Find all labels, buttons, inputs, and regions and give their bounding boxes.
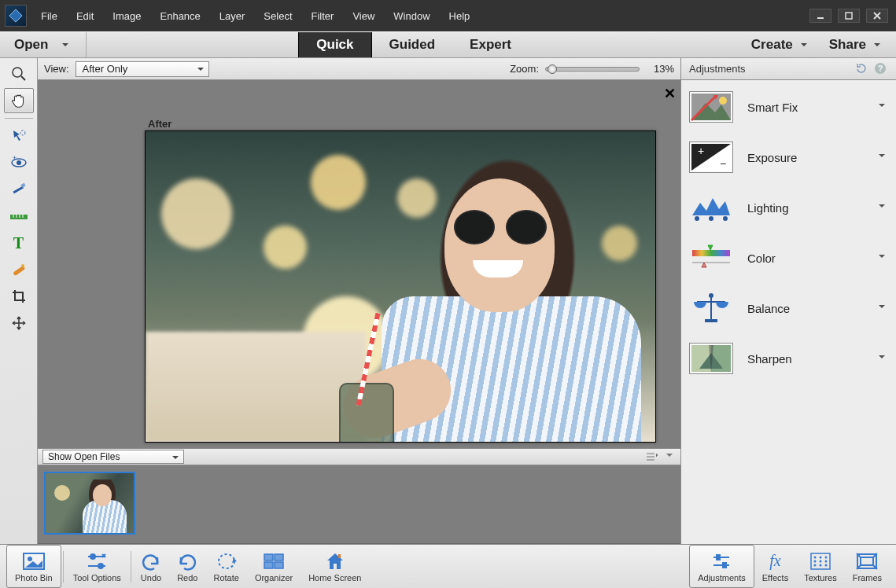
bottom-frames[interactable]: Frames (845, 545, 890, 588)
zoom-slider[interactable] (545, 67, 640, 72)
bottom-homescreen[interactable]: Home Screen (301, 545, 369, 588)
photobin (38, 465, 680, 544)
lighting-icon (689, 192, 733, 223)
menu-filter[interactable]: Filter (302, 6, 344, 27)
canvas-image[interactable] (145, 130, 656, 443)
zoom-tool[interactable] (4, 61, 34, 86)
undo-icon (142, 551, 160, 571)
svg-rect-79 (861, 557, 873, 565)
adj-sharpen[interactable]: Sharpen (686, 341, 891, 376)
svg-point-34 (695, 216, 699, 221)
bottom-textures[interactable]: Textures (796, 545, 845, 588)
crop-tool[interactable] (4, 284, 34, 309)
bin-menu-icon[interactable] (646, 450, 658, 463)
spot-heal-tool[interactable] (4, 257, 34, 282)
quick-select-tool[interactable] (4, 123, 34, 149)
help-icon[interactable]: ? (874, 62, 888, 76)
create-menu[interactable]: Create (740, 37, 818, 53)
window-minimize[interactable] (809, 9, 831, 23)
whiten-tool[interactable] (4, 177, 34, 202)
menu-window[interactable]: Window (384, 6, 439, 27)
svg-rect-61 (275, 562, 283, 568)
eye-tool[interactable]: + (4, 150, 34, 175)
bottom-photobin[interactable]: Photo Bin (6, 545, 61, 588)
svg-point-76 (819, 564, 821, 566)
adj-exposure[interactable]: +− Exposure (686, 140, 891, 175)
menu-help[interactable]: Help (440, 6, 480, 27)
svg-point-19 (21, 264, 24, 267)
modebar: Open Quick Guided Expert Create Share (0, 31, 896, 58)
menu-file[interactable]: File (31, 6, 67, 27)
adj-lighting[interactable]: Lighting (686, 190, 891, 225)
svg-point-36 (723, 216, 728, 221)
bottom-bar: Photo Bin Tool Options Undo Redo Rotate … (0, 544, 896, 588)
svg-point-7 (20, 130, 25, 135)
svg-marker-0 (9, 9, 22, 22)
bin-collapse-icon[interactable] (663, 450, 676, 463)
zoom-value: 13% (646, 63, 674, 75)
redo-icon (178, 551, 197, 571)
svg-point-72 (813, 560, 816, 562)
reset-icon[interactable] (855, 62, 869, 76)
svg-point-69 (813, 556, 816, 558)
bottom-rotate[interactable]: Rotate (205, 545, 246, 588)
organizer-icon (264, 551, 284, 571)
bottom-redo[interactable]: Redo (169, 545, 205, 588)
view-label: View: (44, 63, 69, 75)
menu-select[interactable]: Select (254, 6, 301, 27)
photobin-bar: Show Open Files (38, 448, 680, 465)
menu-edit[interactable]: Edit (67, 6, 103, 27)
color-icon (689, 242, 733, 274)
svg-point-70 (819, 556, 821, 558)
type-tool[interactable]: T (4, 230, 34, 255)
menu-layer[interactable]: Layer (210, 6, 255, 27)
window-maximize[interactable] (838, 9, 860, 23)
svg-point-71 (824, 556, 827, 558)
bottom-adjustments[interactable]: Adjustments (689, 545, 754, 588)
menu-enhance[interactable]: Enhance (151, 6, 210, 27)
close-image-button[interactable]: ✕ (664, 85, 676, 102)
svg-point-35 (709, 216, 713, 221)
chevron-down-icon (172, 456, 179, 462)
adj-smartfix[interactable]: Smart Fix (686, 90, 891, 124)
window-close[interactable] (866, 9, 888, 23)
view-select[interactable]: After Only (76, 61, 209, 77)
photobin-thumbnail[interactable] (44, 472, 135, 535)
toolstrip: + T (0, 58, 38, 544)
menu-image[interactable]: Image (103, 6, 150, 27)
svg-point-50 (28, 557, 32, 561)
chevron-down-icon (879, 355, 885, 362)
menu-view[interactable]: View (343, 6, 384, 27)
bottom-organizer[interactable]: Organizer (247, 545, 301, 588)
move-tool[interactable] (4, 311, 34, 336)
svg-text:+: + (698, 145, 704, 157)
svg-rect-63 (338, 554, 341, 558)
photo-icon (24, 551, 44, 571)
slider-thumb[interactable] (548, 64, 557, 74)
svg-point-5 (13, 68, 22, 77)
svg-rect-58 (264, 554, 273, 560)
open-menu[interactable]: Open (0, 32, 87, 57)
svg-marker-39 (708, 245, 713, 250)
bottom-tooloptions[interactable]: Tool Options (65, 545, 129, 588)
svg-text:+: + (13, 154, 17, 162)
hand-tool[interactable] (4, 88, 34, 113)
home-icon (326, 551, 345, 571)
chevron-down-icon (874, 43, 880, 50)
mode-expert[interactable]: Expert (452, 32, 529, 57)
bottom-effects[interactable]: fx Effects (754, 545, 796, 588)
bottom-undo[interactable]: Undo (133, 545, 169, 588)
share-menu[interactable]: Share (818, 37, 891, 53)
svg-rect-43 (705, 319, 717, 322)
adj-balance[interactable]: Balance (686, 291, 891, 325)
svg-rect-2 (846, 13, 852, 19)
right-panel: Adjustments ? Smart Fix +− Exposure Ligh… (680, 58, 896, 544)
canvas-area: ✕ After (38, 80, 680, 448)
straighten-tool[interactable] (4, 204, 34, 229)
photobin-selector[interactable]: Show Open Files (42, 450, 184, 464)
adj-color[interactable]: Color (686, 241, 891, 275)
svg-point-44 (709, 293, 713, 298)
mode-guided[interactable]: Guided (372, 32, 453, 57)
svg-point-9 (17, 160, 21, 165)
mode-quick[interactable]: Quick (298, 32, 371, 57)
